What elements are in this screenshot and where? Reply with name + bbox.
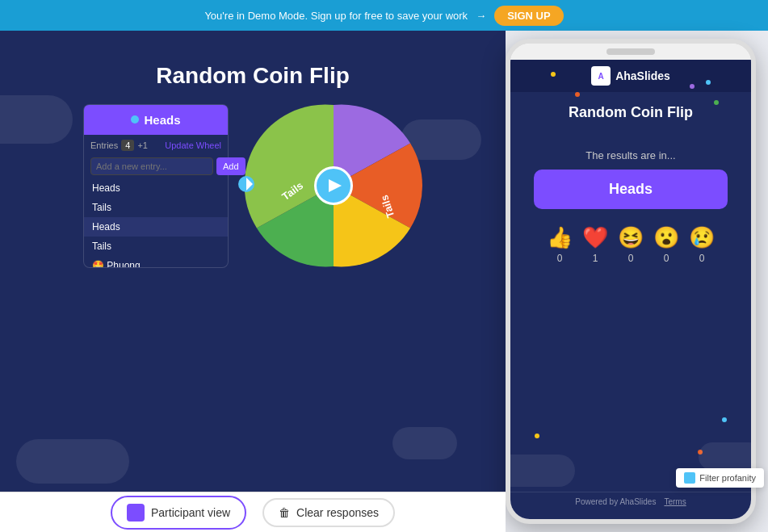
result-badge: Heads — [534, 170, 728, 209]
ahaslides-logo: A AhaSlides — [591, 66, 670, 86]
presentation-area: Random Coin Flip Heads Entries 4 +1 Upda… — [0, 31, 506, 532]
reaction-item: 😆 0 — [618, 225, 644, 264]
reaction-count: 0 — [628, 253, 634, 264]
list-item: Heads — [84, 178, 228, 198]
reaction-item: 😮 0 — [653, 225, 679, 264]
entry-panel: Heads Entries 4 +1 Update Wheel Add Head… — [83, 104, 229, 268]
wheel-panel-area: Heads Entries 4 +1 Update Wheel Add Head… — [0, 97, 506, 274]
clear-icon: 🗑 — [279, 506, 290, 519]
add-entry-input[interactable] — [90, 157, 213, 175]
reaction-emoji: 😆 — [618, 225, 644, 250]
update-wheel-button[interactable]: Update Wheel — [165, 140, 221, 150]
reaction-count: 0 — [557, 253, 563, 264]
bottom-bar: Participant view 🗑 Clear responses — [0, 492, 506, 532]
phone-cloud — [699, 442, 751, 471]
add-entry-row: Add — [84, 154, 228, 178]
reaction-count: 1 — [593, 253, 598, 264]
pin-dot-icon — [131, 115, 139, 124]
list-item: Tails — [84, 237, 228, 256]
footer-powered: Powered by AhaSlides — [575, 497, 656, 506]
entry-panel-header: Heads — [84, 105, 228, 135]
reaction-count: 0 — [699, 253, 705, 264]
entries-plus: +1 — [137, 140, 148, 150]
cloud-decoration — [16, 439, 129, 484]
cloud-decoration — [392, 427, 457, 459]
list-item: Heads — [84, 217, 228, 237]
confetti-dot — [575, 92, 580, 97]
entries-row: Entries 4 +1 Update Wheel — [84, 135, 228, 154]
phone-cloud — [510, 455, 575, 487]
phone-notch — [510, 44, 751, 60]
entries-count: 4 — [121, 140, 134, 151]
filter-profanity-checkbox[interactable] — [684, 472, 695, 484]
wheel-play-button[interactable] — [314, 166, 353, 205]
reaction-emoji: 😮 — [653, 225, 679, 250]
participant-view-label: Participant view — [151, 506, 230, 519]
results-text: The results are in... — [585, 149, 675, 161]
phone-title: Random Coin Flip — [569, 104, 693, 121]
reaction-emoji: 👍 — [547, 225, 573, 250]
confetti-dot — [551, 72, 556, 77]
list-item: Tails — [84, 198, 228, 217]
entries-text: Entries — [90, 140, 118, 150]
confetti-dot — [714, 100, 719, 105]
demo-banner: You're in Demo Mode. Sign up for free to… — [0, 0, 768, 31]
logo-text: AhaSlides — [615, 69, 670, 82]
confetti-dot — [535, 434, 539, 438]
phone-screen: A AhaSlides Random Coin Flip The results… — [510, 60, 751, 519]
filter-profanity-label: Filter profanity — [699, 473, 756, 483]
footer-terms[interactable]: Terms — [664, 497, 686, 506]
reaction-item: 😢 0 — [689, 225, 715, 264]
banner-message: You're in Demo Mode. Sign up for free to… — [204, 10, 468, 22]
phone-mockup: A AhaSlides Random Coin Flip The results… — [506, 39, 756, 524]
slide-title: Random Coin Flip — [156, 63, 350, 89]
panel-header-label: Heads — [144, 113, 180, 127]
main-area: Random Coin Flip Heads Entries 4 +1 Upda… — [0, 31, 768, 532]
participant-icon — [127, 504, 145, 522]
confetti-dot — [722, 417, 727, 422]
reaction-emoji: ❤️ — [582, 225, 608, 250]
play-icon — [329, 179, 342, 192]
clear-responses-label: Clear responses — [296, 506, 379, 519]
list-item: 🤩 Phuong — [84, 256, 228, 267]
banner-arrow: → — [476, 10, 486, 22]
phone-footer: Powered by AhaSlides Terms — [510, 492, 751, 511]
confetti-dot — [690, 84, 695, 89]
participant-view-button[interactable]: Participant view — [111, 496, 246, 530]
phone-notch-bar — [606, 48, 655, 55]
reaction-item: ❤️ 1 — [582, 225, 608, 264]
phone-top-bar: A AhaSlides — [510, 60, 751, 92]
clear-responses-button[interactable]: 🗑 Clear responses — [262, 498, 395, 527]
filter-profanity-panel: Filter profanity — [676, 468, 764, 488]
wheel-pointer — [238, 176, 254, 195]
logo-icon: A — [591, 66, 611, 86]
reaction-emoji: 😢 — [689, 225, 715, 250]
entries-list: Heads Tails Heads Tails 🤩 Phuong — [84, 178, 228, 267]
reactions-area: 👍 0 ❤️ 1 😆 0 😮 0 😢 0 — [547, 225, 715, 264]
confetti-dot — [706, 80, 711, 85]
reaction-item: 👍 0 — [547, 225, 573, 264]
add-entry-button[interactable]: Add — [216, 157, 246, 175]
reaction-count: 0 — [664, 253, 669, 264]
signup-button[interactable]: SIGN UP — [494, 6, 563, 26]
spin-wheel: Heads Tails Heads Tails Tails — [245, 97, 422, 274]
